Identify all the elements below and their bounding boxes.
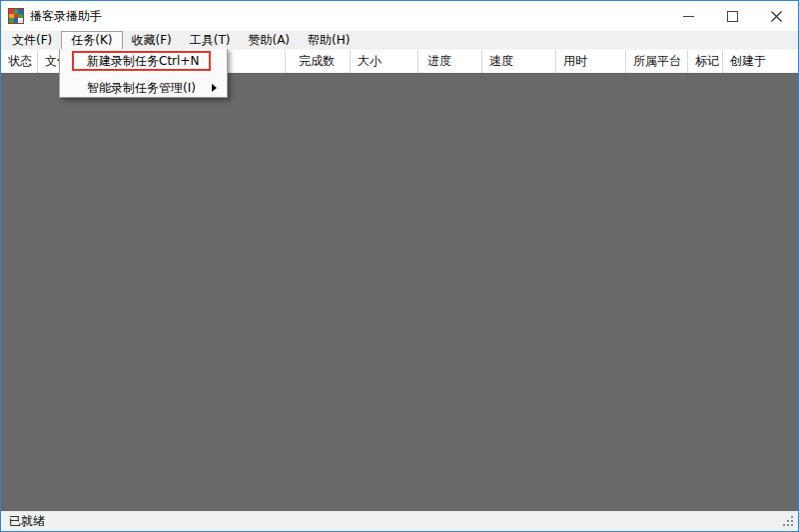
- menu-item-label: 新建录制任务: [87, 53, 159, 70]
- column-header-platform[interactable]: 所属平台: [626, 50, 688, 73]
- column-header-progress[interactable]: 进度: [418, 50, 482, 73]
- submenu-arrow-icon: [212, 84, 217, 92]
- menu-file[interactable]: 文件(F): [3, 31, 61, 49]
- column-header-completed[interactable]: 完成数: [286, 50, 351, 73]
- window-title: 播客录播助手: [30, 1, 102, 31]
- resize-grip[interactable]: [791, 524, 793, 526]
- column-header-created[interactable]: 创建于: [723, 50, 798, 73]
- status-bar: 已就绪: [1, 511, 798, 531]
- column-header-tag[interactable]: 标记: [688, 50, 723, 73]
- column-header-size[interactable]: 大小: [351, 50, 418, 73]
- column-header-speed[interactable]: 速度: [482, 50, 556, 73]
- menu-item-new-record-task[interactable]: 新建录制任务 Ctrl+N: [60, 51, 227, 71]
- app-window: 播客录播助手 文件(F) 任务(K) 收藏(F) 工具(T) 赞助(: [0, 0, 799, 532]
- menu-favorites[interactable]: 收藏(F): [123, 31, 181, 49]
- minimize-button[interactable]: [666, 1, 710, 31]
- minimize-icon: [683, 11, 694, 22]
- status-text: 已就绪: [9, 513, 45, 530]
- menu-help[interactable]: 帮助(H): [299, 31, 359, 49]
- column-header-status[interactable]: 状态: [1, 50, 38, 73]
- menu-tools[interactable]: 工具(T): [181, 31, 240, 49]
- close-button[interactable]: [754, 1, 798, 31]
- close-icon: [771, 11, 782, 22]
- menu-item-shortcut: Ctrl+N: [159, 54, 199, 68]
- maximize-button[interactable]: [710, 1, 754, 31]
- menu-item-label: 智能录制任务管理(I): [87, 80, 196, 97]
- task-list-area[interactable]: [1, 73, 798, 511]
- task-menu-dropdown: 新建录制任务 Ctrl+N 智能录制任务管理(I): [59, 48, 228, 98]
- menu-sponsor[interactable]: 赞助(A): [239, 31, 299, 49]
- menu-item-smart-task-manage[interactable]: 智能录制任务管理(I): [60, 79, 227, 97]
- window-controls: [666, 1, 798, 31]
- title-bar: 播客录播助手: [1, 1, 798, 31]
- menu-task[interactable]: 任务(K): [61, 31, 122, 49]
- app-icon: [8, 8, 24, 24]
- menu-bar: 文件(F) 任务(K) 收藏(F) 工具(T) 赞助(A) 帮助(H): [1, 31, 798, 49]
- maximize-icon: [727, 11, 738, 22]
- column-header-elapsed[interactable]: 用时: [556, 50, 626, 73]
